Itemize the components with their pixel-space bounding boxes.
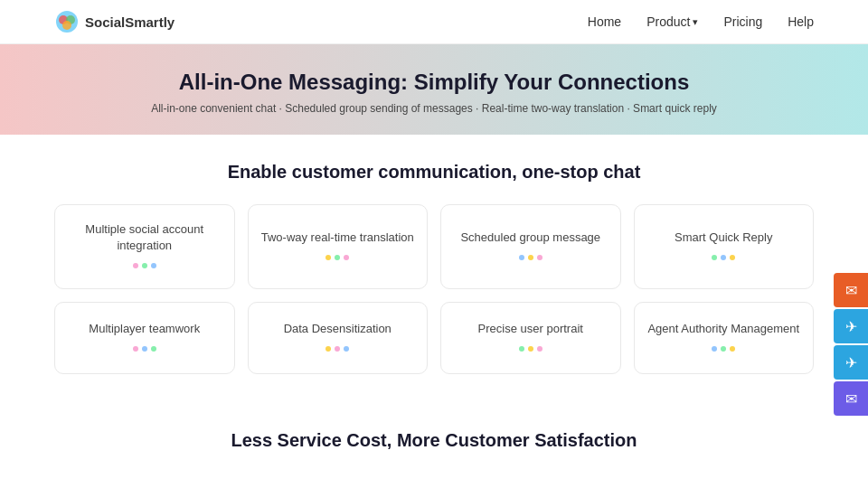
card-dot (326, 255, 331, 260)
card-dot (537, 346, 542, 352)
feature-card: Scheduled group message (440, 204, 621, 289)
feature-card: Two-way real-time translation (248, 204, 429, 289)
card-dot (133, 346, 138, 352)
card-dot (528, 346, 533, 352)
card-dots (519, 255, 542, 260)
hero-subtitle: All-in-one convenient chat · Scheduled g… (54, 102, 814, 115)
hero-banner: All-in-One Messaging: Simplify Your Conn… (0, 44, 868, 135)
card-dots (133, 346, 156, 352)
card-dot (344, 255, 349, 260)
nav-home[interactable]: Home (588, 14, 621, 29)
float-mail-button[interactable]: ✉ (834, 273, 868, 307)
card-dot (151, 263, 156, 268)
features-section: Enable customer communication, one-stop … (0, 135, 868, 405)
nav-help[interactable]: Help (788, 14, 814, 29)
card-dot (528, 255, 533, 260)
telegram2-icon: ✈ (845, 354, 857, 371)
mail-icon: ✉ (845, 282, 857, 299)
feature-card: Precise user portrait (440, 302, 621, 374)
logo[interactable]: SocialSmartly (54, 9, 175, 34)
card-dot (335, 346, 340, 352)
card-dots (712, 255, 735, 260)
card-dot (142, 263, 147, 268)
card-dot (730, 255, 735, 260)
bottom-title: Less Service Cost, More Customer Satisfa… (54, 430, 814, 451)
card-label: Data Desensitization (284, 321, 392, 337)
card-dot (730, 346, 735, 352)
card-dots (519, 346, 542, 352)
card-dot (519, 255, 524, 260)
card-dots (326, 255, 349, 260)
card-dots (326, 346, 349, 352)
card-dots (133, 263, 156, 268)
card-dot (133, 263, 138, 268)
card-dot (326, 346, 331, 352)
float-msg-button[interactable]: ✉ (834, 381, 868, 416)
card-label: Agent Authority Management (647, 321, 799, 337)
card-dot (712, 255, 717, 260)
card-dot (519, 346, 524, 352)
svg-point-3 (62, 21, 71, 30)
feature-card: Data Desensitization (248, 302, 429, 374)
card-dot (712, 346, 717, 352)
float-telegram1-button[interactable]: ✈ (834, 309, 868, 343)
logo-icon (54, 9, 80, 34)
nav-product[interactable]: Product (646, 14, 698, 29)
card-dot (151, 346, 156, 352)
card-dot (335, 255, 340, 260)
floating-buttons: ✉ ✈ ✈ ✉ (834, 273, 868, 416)
card-label: Smart Quick Reply (675, 230, 772, 246)
telegram1-icon: ✈ (845, 318, 857, 335)
nav-links: Home Product Pricing Help (588, 14, 814, 29)
card-dots (712, 346, 735, 352)
nav-pricing[interactable]: Pricing (723, 14, 762, 29)
card-label: Precise user portrait (478, 321, 583, 337)
navbar: SocialSmartly Home Product Pricing Help (0, 0, 868, 44)
cards-row-1: Multiple social account integrationTwo-w… (54, 204, 814, 289)
card-label: Multiple social account integration (68, 221, 222, 254)
card-dot (344, 346, 349, 352)
hero-title: All-in-One Messaging: Simplify Your Conn… (54, 70, 814, 95)
card-dot (142, 346, 147, 352)
feature-card: Multiple social account integration (54, 204, 235, 289)
feature-card: Agent Authority Management (634, 302, 815, 374)
feature-card: Smart Quick Reply (634, 204, 815, 289)
card-label: Scheduled group message (460, 230, 600, 246)
feature-card: Multiplayer teamwork (54, 302, 235, 374)
cards-row-2: Multiplayer teamworkData Desensitization… (54, 302, 814, 374)
msg-icon: ✉ (845, 390, 857, 408)
float-telegram2-button[interactable]: ✈ (834, 345, 868, 380)
card-label: Two-way real-time translation (261, 230, 414, 246)
logo-text: SocialSmartly (85, 14, 175, 30)
card-dot (537, 255, 542, 260)
card-label: Multiplayer teamwork (89, 321, 200, 337)
card-dot (721, 255, 726, 260)
section-title: Enable customer communication, one-stop … (54, 162, 814, 183)
card-dot (721, 346, 726, 352)
bottom-section: Less Service Cost, More Customer Satisfa… (0, 405, 868, 469)
